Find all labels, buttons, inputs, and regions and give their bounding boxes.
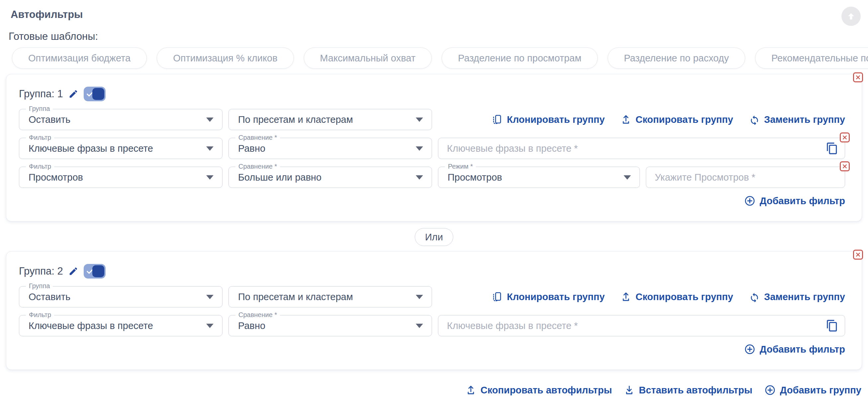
filter-select[interactable]: Фильтр Ключевые фразы в пресете (19, 315, 222, 336)
arrow-up-icon (846, 11, 856, 21)
chevron-down-icon (624, 175, 631, 180)
pencil-icon (68, 266, 79, 276)
clone-group-button[interactable]: Клонировать группу (492, 114, 605, 125)
group-enabled-toggle[interactable] (84, 264, 105, 279)
chevron-down-icon (416, 118, 423, 122)
chevron-down-icon (206, 175, 214, 180)
copy-group-button[interactable]: Скопировать группу (621, 114, 733, 125)
add-filter-button[interactable]: Добавить фильтр (744, 344, 845, 355)
paste-autofilters-button[interactable]: Вставить автофильтры (624, 385, 752, 396)
template-chips: Оптимизация бюджета Оптимизация % кликов… (12, 47, 862, 69)
close-x-icon (842, 135, 847, 140)
filter-group-card-2: Группа: 2 Группа Оставить (6, 251, 862, 370)
remove-group-button[interactable] (853, 72, 863, 82)
remove-filter-button[interactable] (840, 132, 850, 142)
group-settings-row: Группа Оставить По пресетам и кластерам … (19, 286, 845, 308)
chip-max-reach[interactable]: Максимальный охват (304, 47, 432, 69)
autofilters-footer-actions: Скопировать автофильтры Вставить автофил… (6, 384, 862, 396)
add-filter-row: Добавить фильтр (19, 195, 845, 206)
add-group-button[interactable]: Добавить группу (765, 384, 861, 396)
filter-value-input[interactable] (438, 315, 845, 336)
plus-circle-icon (765, 384, 776, 396)
sync-icon (749, 114, 760, 125)
group-settings-row: Группа Оставить По пресетам и кластерам … (19, 109, 845, 130)
filter-row: Фильтр Просмотров Сравнение * Больше или… (19, 167, 845, 188)
field-label: Группа (26, 105, 53, 113)
chevron-down-icon (206, 147, 214, 151)
close-x-icon (842, 164, 847, 169)
filter-value-input-wrap (438, 138, 845, 159)
chevron-down-icon (416, 324, 423, 328)
copy-icon (826, 319, 839, 332)
remove-filter-button[interactable] (840, 161, 850, 171)
upload-icon (466, 385, 476, 395)
plus-circle-icon (744, 344, 755, 355)
filter-value-input-wrap (646, 167, 845, 188)
remove-group-button[interactable] (853, 250, 863, 260)
mode-select[interactable]: Режим * Просмотров (438, 167, 640, 188)
scroll-to-top-button[interactable] (841, 7, 861, 26)
chevron-down-icon (416, 147, 423, 151)
clone-icon (492, 114, 502, 125)
page-title: Автофильтры (11, 9, 862, 21)
chip-recommendation-shelves[interactable]: Рекомендательные полки (755, 47, 868, 69)
group-rows: Группа Оставить По пресетам и кластерам … (19, 109, 845, 188)
download-icon (624, 385, 634, 395)
group-title: Группа: 2 (19, 265, 63, 277)
comparison-select[interactable]: Сравнение * Равно (228, 315, 432, 336)
toggle-knob (92, 88, 104, 100)
group-actions: Клонировать группу Скопировать группу За… (438, 109, 845, 130)
filter-value-input[interactable] (646, 167, 845, 188)
group-enabled-toggle[interactable] (84, 87, 105, 101)
chevron-down-icon (416, 175, 423, 180)
group-mode-select[interactable]: По пресетам и кластерам (228, 286, 432, 308)
edit-group-name-button[interactable] (68, 266, 79, 276)
toggle-knob (92, 265, 104, 277)
group-header: Группа: 1 (19, 86, 845, 102)
filter-value-input[interactable] (438, 138, 845, 159)
chip-budget-optimization[interactable]: Оптимизация бюджета (12, 47, 147, 69)
group-rows: Группа Оставить По пресетам и кластерам … (19, 286, 845, 336)
comparison-select[interactable]: Сравнение * Больше или равно (228, 167, 432, 188)
copy-value-button[interactable] (826, 142, 839, 155)
add-filter-button[interactable]: Добавить фильтр (744, 195, 845, 206)
chip-split-by-spend[interactable]: Разделение по расходу (608, 47, 745, 69)
filter-select[interactable]: Фильтр Просмотров (19, 167, 222, 188)
copy-value-button[interactable] (826, 319, 839, 332)
add-filter-row: Добавить фильтр (19, 344, 845, 355)
chip-clicks-optimization[interactable]: Оптимизация % кликов (157, 47, 293, 69)
replace-group-button[interactable]: Заменить группу (749, 114, 845, 125)
chevron-down-icon (206, 118, 214, 122)
pencil-icon (68, 89, 79, 99)
replace-group-button[interactable]: Заменить группу (749, 291, 845, 303)
upload-icon (621, 291, 631, 302)
plus-circle-icon (744, 195, 755, 206)
filter-row: Фильтр Ключевые фразы в пресете Сравнени… (19, 138, 845, 159)
group-action-select[interactable]: Группа Оставить (19, 286, 222, 308)
edit-group-name-button[interactable] (68, 89, 79, 99)
clone-icon (492, 291, 502, 302)
copy-group-button[interactable]: Скопировать группу (621, 291, 733, 303)
templates-label: Готовые шаблоны: (9, 31, 862, 42)
filter-select[interactable]: Фильтр Ключевые фразы в пресете (19, 138, 222, 159)
group-actions: Клонировать группу Скопировать группу За… (438, 286, 845, 308)
comparison-select[interactable]: Сравнение * Равно (228, 138, 432, 159)
copy-icon (826, 142, 839, 155)
or-divider-row: Или (6, 228, 862, 246)
chevron-down-icon (206, 295, 214, 299)
upload-icon (621, 114, 631, 125)
close-x-icon (856, 75, 861, 80)
copy-autofilters-button[interactable]: Скопировать автофильтры (466, 385, 612, 396)
group-action-select[interactable]: Группа Оставить (19, 109, 222, 130)
filter-row: Фильтр Ключевые фразы в пресете Сравнени… (19, 315, 845, 336)
clone-group-button[interactable]: Клонировать группу (492, 291, 605, 303)
close-x-icon (856, 252, 861, 257)
chevron-down-icon (416, 295, 423, 299)
chip-split-by-views[interactable]: Разделение по просмотрам (442, 47, 598, 69)
filter-group-card-1: Группа: 1 Группа Оставить (6, 74, 862, 221)
group-header: Группа: 2 (19, 264, 845, 279)
or-divider: Или (415, 228, 453, 246)
filter-value-input-wrap (438, 315, 845, 336)
group-mode-select[interactable]: По пресетам и кластерам (228, 109, 432, 130)
autofilters-page: Автофильтры Готовые шаблоны: Оптимизация… (0, 9, 868, 396)
